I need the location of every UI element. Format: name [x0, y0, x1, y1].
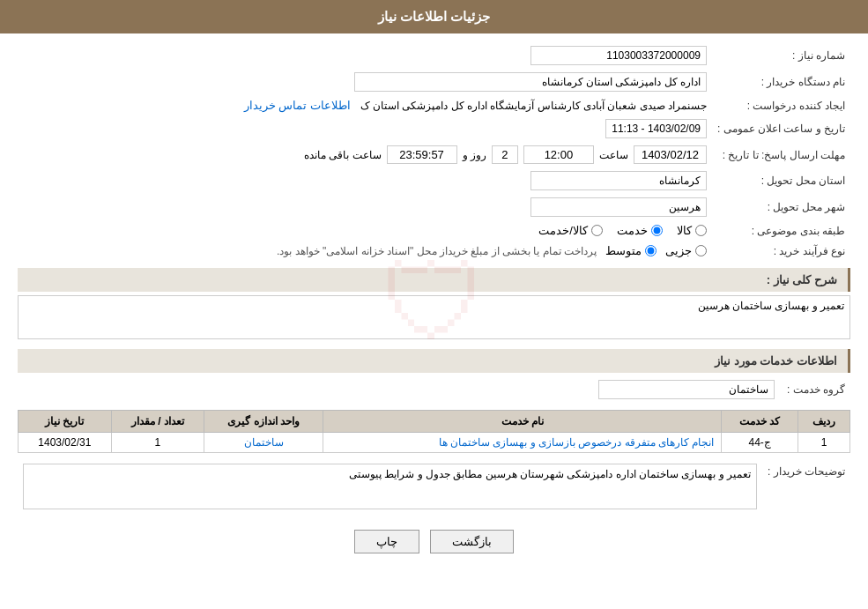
- service-group-display: ساختمان: [598, 380, 775, 399]
- process-label: نوع فرآیند خرید :: [712, 241, 850, 261]
- province-label: استان محل تحویل :: [712, 167, 850, 194]
- city-display: هرسین: [530, 197, 707, 217]
- process-value: جزیی متوسط پرداخت تمام یا بخشی از مبلغ خ…: [18, 241, 712, 261]
- buyer-notes-table: توضیحات خریدار : تعمیر و بهسازی ساختمان …: [18, 460, 850, 516]
- category-options: کالا خدمت کالا/خدمت: [18, 220, 712, 241]
- category-label: طبقه بندی موضوعی :: [712, 220, 850, 241]
- city-row: شهر محل تحویل : هرسین: [18, 194, 850, 220]
- need-number-value: 1103003372000009: [88, 42, 712, 69]
- col-name: نام خدمت: [323, 411, 722, 433]
- services-header-row: ردیف کد خدمت نام خدمت واحد اندازه گیری ت…: [19, 411, 850, 433]
- services-table-header: ردیف کد خدمت نام خدمت واحد اندازه گیری ت…: [19, 411, 850, 433]
- service-group-value: ساختمان: [18, 376, 780, 403]
- col-date: تاریخ نیاز: [19, 411, 112, 433]
- deadline-time-label: ساعت: [599, 149, 628, 161]
- col-unit: واحد اندازه گیری: [204, 411, 323, 433]
- deadline-time-display: 12:00: [523, 145, 594, 164]
- category-both: کالا/خدمت: [538, 224, 603, 237]
- deadline-row: مهلت ارسال پاسخ: تا تاریخ : 1403/02/12 س…: [18, 142, 850, 167]
- need-number-display: 1103003372000009: [530, 46, 707, 65]
- buyer-notes-value: تعمیر و بهسازی ساختمان اداره دامپزشکی شه…: [18, 460, 762, 516]
- announce-date-row: تاریخ و ساعت اعلان عمومی : 1403/02/09 - …: [18, 115, 850, 142]
- deadline-value: 1403/02/12 ساعت 12:00 2 روز و 23:59:57 س…: [18, 142, 712, 167]
- process-medium-label: متوسط: [605, 244, 642, 257]
- main-content: 🛡 شماره نیاز : 1103003372000009 نام دستگ…: [0, 33, 868, 571]
- province-display: کرمانشاه: [530, 171, 707, 190]
- service-group-row: گروه خدمت : ساختمان: [18, 376, 850, 403]
- category-service-label: خدمت: [617, 224, 648, 237]
- col-row-num: ردیف: [798, 411, 850, 433]
- creator-name: جسنمراد صیدی شعبان آبادی کارشناس آزمایشگ…: [360, 100, 707, 112]
- creator-label: ایجاد کننده درخواست :: [712, 95, 850, 115]
- general-desc-textarea[interactable]: تعمیر و بهسازی ساختمان هرسین: [18, 295, 850, 339]
- process-options-row: جزیی متوسط پرداخت تمام یا بخشی از مبلغ خ…: [23, 244, 707, 257]
- creator-contact-link[interactable]: اطلاعات تماس خریدار: [244, 99, 351, 112]
- deadline-label: مهلت ارسال پاسخ: تا تاریخ :: [712, 142, 850, 167]
- buyer-org-label: نام دستگاه خریدار :: [712, 69, 850, 95]
- buyer-notes-label: توضیحات خریدار :: [762, 460, 850, 516]
- service-group-table: گروه خدمت : ساختمان: [18, 376, 850, 403]
- buyer-org-display: اداره کل دامپزشکی استان کرمانشاه: [354, 72, 707, 92]
- print-button[interactable]: چاپ: [354, 530, 419, 553]
- cell-date: 1403/02/31: [19, 433, 112, 453]
- category-both-radio[interactable]: [591, 225, 603, 236]
- page-title: جزئیات اطلاعات نیاز: [378, 9, 490, 24]
- general-desc-section-title: شرح کلی نیاز :: [18, 268, 850, 292]
- process-partial: جزیی: [665, 244, 707, 257]
- cell-unit: ساختمان: [204, 433, 323, 453]
- back-button[interactable]: بازگشت: [430, 530, 514, 553]
- process-partial-label: جزیی: [665, 244, 692, 257]
- process-note: پرداخت تمام یا بخشی از مبلغ خریداز محل "…: [277, 245, 597, 257]
- info-table: شماره نیاز : 1103003372000009 نام دستگاه…: [18, 42, 850, 261]
- creator-value: جسنمراد صیدی شعبان آبادی کارشناس آزمایشگ…: [18, 95, 712, 115]
- page-wrapper: جزئیات اطلاعات نیاز 🛡 شماره نیاز : 11030…: [0, 0, 868, 609]
- buyer-org-value: اداره کل دامپزشکی استان کرمانشاه: [18, 69, 712, 95]
- services-section-title: اطلاعات خدمات مورد نیاز: [18, 349, 850, 373]
- need-number-label: شماره نیاز :: [712, 42, 850, 69]
- page-header: جزئیات اطلاعات نیاز: [0, 0, 868, 33]
- services-data-table: ردیف کد خدمت نام خدمت واحد اندازه گیری ت…: [18, 410, 850, 453]
- deadline-days-display: 2: [492, 145, 518, 164]
- announce-date-value: 1403/02/09 - 11:13: [18, 115, 712, 142]
- deadline-days-label: روز و: [463, 149, 486, 161]
- service-group-label: گروه خدمت :: [780, 376, 850, 403]
- cell-quantity: 1: [111, 433, 204, 453]
- deadline-clock-display: 23:59:57: [387, 145, 457, 164]
- process-medium-radio[interactable]: [645, 245, 657, 256]
- need-number-row: شماره نیاز : 1103003372000009: [18, 42, 850, 69]
- province-row: استان محل تحویل : کرمانشاه: [18, 167, 850, 194]
- category-service-radio[interactable]: [651, 225, 663, 236]
- category-goods: کالا: [677, 224, 707, 237]
- services-table-body: 1 ج-44 انجام کارهای متفرقه درخصوص بازساز…: [19, 433, 850, 453]
- city-value: هرسین: [18, 194, 712, 220]
- process-medium: متوسط: [605, 244, 657, 257]
- category-service: خدمت: [617, 224, 663, 237]
- deadline-date-display: 1403/02/12: [634, 145, 707, 164]
- category-goods-radio[interactable]: [695, 225, 707, 236]
- buyer-notes-row: توضیحات خریدار : تعمیر و بهسازی ساختمان …: [18, 460, 850, 516]
- buyer-notes-textarea[interactable]: تعمیر و بهسازی ساختمان اداره دامپزشکی شه…: [23, 464, 757, 509]
- process-row: نوع فرآیند خرید : جزیی متوسط پرداخت تمام…: [18, 241, 850, 261]
- cell-name: انجام کارهای متفرقه درخصوص بازسازی و بهس…: [323, 433, 722, 453]
- cell-code: ج-44: [722, 433, 798, 453]
- category-radio-group: کالا خدمت کالا/خدمت: [23, 224, 707, 237]
- general-desc-wrap: تعمیر و بهسازی ساختمان هرسین: [18, 295, 850, 342]
- city-label: شهر محل تحویل :: [712, 194, 850, 220]
- buyer-org-row: نام دستگاه خریدار : اداره کل دامپزشکی اس…: [18, 69, 850, 95]
- col-code: کد خدمت: [722, 411, 798, 433]
- category-row: طبقه بندی موضوعی : کالا خدمت: [18, 220, 850, 241]
- announce-date-label: تاریخ و ساعت اعلان عمومی :: [712, 115, 850, 142]
- creator-row: ایجاد کننده درخواست : جسنمراد صیدی شعبان…: [18, 95, 850, 115]
- deadline-time-row: 1403/02/12 ساعت 12:00 2 روز و 23:59:57 س…: [23, 145, 707, 164]
- province-value: کرمانشاه: [18, 167, 712, 194]
- category-both-label: کالا/خدمت: [538, 224, 588, 237]
- table-row: 1 ج-44 انجام کارهای متفرقه درخصوص بازساز…: [19, 433, 850, 453]
- action-buttons: بازگشت چاپ: [18, 530, 850, 553]
- deadline-remaining-label: ساعت باقی مانده: [304, 149, 382, 161]
- col-quantity: تعداد / مقدار: [111, 411, 204, 433]
- cell-row-num: 1: [798, 433, 850, 453]
- category-goods-label: کالا: [677, 224, 692, 237]
- process-partial-radio[interactable]: [695, 245, 707, 256]
- announce-date-display: 1403/02/09 - 11:13: [605, 119, 707, 138]
